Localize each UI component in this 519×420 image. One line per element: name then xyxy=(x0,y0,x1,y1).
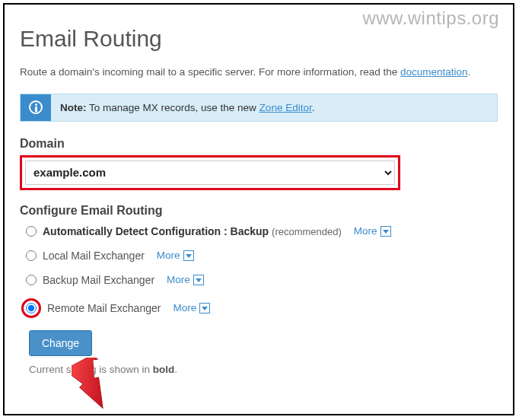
intro-suffix: . xyxy=(468,66,471,78)
note-label: Note: xyxy=(60,102,87,113)
change-button[interactable]: Change xyxy=(29,330,92,356)
intro-prefix: Route a domain's incoming mail to a spec… xyxy=(20,66,400,78)
intro-text: Route a domain's incoming mail to a spec… xyxy=(20,65,498,80)
chevron-down-icon xyxy=(183,250,194,261)
option-remote-label: Remote Mail Exchanger xyxy=(47,302,161,314)
option-auto-row: Automatically Detect Configuration : Bac… xyxy=(26,225,498,237)
option-local-label: Local Mail Exchanger xyxy=(43,250,145,262)
configure-label: Configure Email Routing xyxy=(20,204,498,218)
documentation-link[interactable]: documentation xyxy=(400,66,468,78)
note-text-before: To manage MX records, use the new xyxy=(87,102,260,113)
option-remote-row: Remote Mail Exchanger More xyxy=(26,298,498,318)
radio-auto[interactable] xyxy=(26,226,37,237)
current-setting-note: Current setting is shown in bold. xyxy=(29,364,498,375)
chevron-down-icon xyxy=(199,303,210,313)
more-backup[interactable]: More xyxy=(167,274,204,285)
domain-select-highlight: example.com xyxy=(20,155,400,190)
recommended-tag: (recommended) xyxy=(272,226,342,237)
chevron-down-icon xyxy=(380,226,391,237)
more-auto[interactable]: More xyxy=(354,225,391,237)
note-text-after: . xyxy=(312,102,315,113)
radio-remote[interactable] xyxy=(26,303,37,313)
more-remote[interactable]: More xyxy=(173,302,210,313)
chevron-down-icon xyxy=(193,275,204,285)
option-backup-row: Backup Mail Exchanger More xyxy=(26,274,498,286)
option-local-row: Local Mail Exchanger More xyxy=(26,250,498,262)
domain-label: Domain xyxy=(20,137,498,151)
zone-editor-link[interactable]: Zone Editor xyxy=(260,102,312,113)
radio-local[interactable] xyxy=(26,250,37,261)
more-local[interactable]: More xyxy=(157,250,194,261)
info-icon xyxy=(21,94,51,121)
radio-backup[interactable] xyxy=(26,275,37,285)
radio-remote-highlight xyxy=(21,298,41,318)
option-auto-label: Automatically Detect Configuration : Bac… xyxy=(43,225,342,237)
domain-select[interactable]: example.com xyxy=(25,161,395,185)
info-callout: Note: To manage MX records, use the new … xyxy=(20,94,498,122)
option-backup-label: Backup Mail Exchanger xyxy=(43,274,154,286)
page-title: Email Routing xyxy=(20,26,498,52)
